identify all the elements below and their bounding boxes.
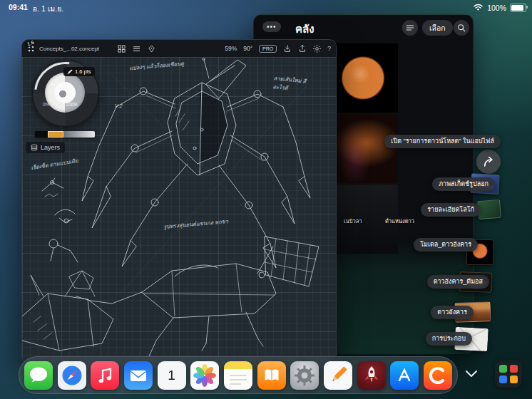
drag-item-label[interactable]: การประกอบ (426, 332, 472, 346)
photo-caption: เนบิวลา (344, 217, 362, 225)
brush-preview (54, 82, 76, 103)
concepts-window: Concepts_...02.concept 59% 90° PRO (21, 39, 337, 363)
search-button[interactable] (454, 20, 469, 36)
app-library-icon[interactable] (495, 361, 522, 388)
status-bar: 09:41 อ. 1 เม.ย. 100% (0, 0, 532, 14)
brush-size-pts: 1.6 pts (75, 68, 91, 75)
help-button[interactable]: ? (327, 45, 331, 52)
brush-wheel-inner[interactable] (45, 73, 85, 113)
battery-percent: 100% (487, 4, 506, 12)
brush-size-tooltip: 1.6 pts (63, 67, 95, 76)
dock-mail-icon[interactable] (124, 361, 153, 390)
settings-gear-icon[interactable] (313, 45, 321, 53)
color-gradient[interactable] (63, 131, 95, 138)
drag-item-label[interactable]: ดาวอังคาร_ดีมอส (427, 275, 489, 289)
photo-caption: ตำแหน่งดาว (385, 217, 414, 225)
dock-settings-icon[interactable] (290, 361, 319, 390)
app-library-tile-red (510, 365, 518, 373)
app-library-tile-blue (499, 375, 507, 383)
concepts-toolbar[interactable]: Concepts_...02.concept 59% 90° PRO (22, 40, 336, 57)
dock-safari-icon[interactable] (58, 361, 86, 390)
dock-books-icon[interactable] (257, 361, 286, 390)
status-date: อ. 1 เม.ย. (33, 3, 63, 15)
lines-icon[interactable] (133, 45, 140, 53)
dock-appstore-icon[interactable] (390, 361, 419, 390)
drag-item-label[interactable]: รายละเอียดโลโก้ (421, 203, 481, 217)
layers-button[interactable]: Layers (26, 142, 65, 153)
view-options-button[interactable] (402, 20, 418, 36)
files-title: คลัง (295, 21, 314, 38)
color-orange-selected[interactable] (48, 131, 63, 138)
dock-photos-icon[interactable] (190, 361, 219, 390)
opacity-max-label: 100% (66, 102, 78, 107)
dock-rocket-icon[interactable] (357, 361, 386, 390)
wifi-icon (473, 3, 484, 12)
dock-sketch-icon[interactable] (324, 361, 352, 390)
layers-icon (31, 144, 38, 151)
share-arrow-icon (482, 155, 495, 168)
status-time: 09:41 (9, 3, 28, 15)
rotation-angle[interactable]: 90° (243, 45, 252, 52)
search-icon (457, 24, 466, 32)
select-button[interactable]: เลือก (422, 20, 453, 36)
calendar-day: 1 (168, 368, 175, 383)
ipad-screen: 09:41 อ. 1 เม.ย. 100% ••• คลัง เลือก (0, 0, 532, 399)
canvas-note: V.2 (115, 103, 123, 109)
opacity-min-label: 0% (43, 102, 49, 107)
open-downloads-toast[interactable]: เปิด "รายการดาวน์โหลด" ในแอปไฟล์ (384, 135, 501, 148)
pro-badge[interactable]: PRO (259, 45, 277, 53)
photo-nebula-orange[interactable] (328, 114, 398, 183)
color-black[interactable] (35, 131, 48, 138)
app-library-tile-orange (510, 375, 518, 383)
dock-browser-icon[interactable] (424, 361, 452, 390)
drag-thumb-logo[interactable] (477, 200, 501, 219)
window-more-button[interactable]: ••• (262, 21, 281, 32)
app-library-tile-green (499, 365, 507, 373)
dock-messages-icon[interactable] (24, 361, 53, 390)
grid-view-icon[interactable] (118, 45, 126, 53)
color-strip[interactable] (35, 131, 95, 138)
drag-item-label[interactable]: ภาพสเก็ตช์รูปลอก (432, 177, 495, 191)
import-icon[interactable] (283, 44, 292, 53)
list-icon (406, 24, 414, 32)
share-button[interactable] (476, 150, 501, 174)
photo-mars-planet[interactable] (328, 43, 398, 113)
dock-calendar-icon[interactable]: 1 (158, 361, 186, 390)
zoom-level[interactable]: 59% (225, 45, 237, 52)
export-icon[interactable] (298, 44, 307, 53)
dock-notes-icon[interactable] (224, 361, 252, 390)
drag-item-label[interactable]: โมเดล_ดาวอังคาร (414, 238, 478, 252)
dock: 1 (19, 356, 458, 394)
dock-collapse-chevron[interactable] (465, 368, 478, 380)
document-title: Concepts_...02.concept (39, 46, 99, 52)
pen-nib-icon[interactable] (148, 45, 155, 53)
dock-music-icon[interactable] (91, 361, 119, 390)
pencil-icon (67, 69, 73, 75)
chevron-down-icon (465, 369, 478, 378)
battery-icon (510, 4, 526, 12)
layers-label: Layers (41, 144, 60, 151)
drag-item-label[interactable]: ดาวอังคาร (431, 306, 474, 319)
